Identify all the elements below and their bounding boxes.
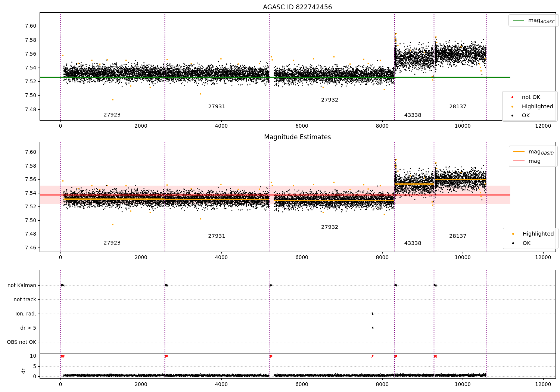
dr-tick-label: 0 <box>33 373 36 379</box>
x-tick-label: 8000 <box>376 123 389 129</box>
ok-label: OK <box>523 240 531 246</box>
obsid-label-27931: 27931 <box>208 233 225 239</box>
top-y-tick-label: 7.56 <box>25 51 36 57</box>
x-tick-label: 4000 <box>215 381 228 387</box>
obsid-label-27932: 27932 <box>321 224 338 230</box>
mid-y-tick-label: 7.48 <box>25 231 36 237</box>
flag-category-label: Ion. rad. <box>15 311 36 317</box>
legend-row-highlighted-mid: Highlighted <box>507 231 554 237</box>
dr-tick-label: 10 <box>30 353 36 359</box>
x-tick-label: 2000 <box>134 254 147 260</box>
legend-row-ok-mid: OK <box>507 240 554 246</box>
mag-obsid-label: magOBSID <box>529 149 553 155</box>
obsid-label-43338: 43338 <box>404 112 421 118</box>
legend-mid-markers: Highlighted OK <box>503 228 559 249</box>
top-y-tick-label: 7.54 <box>25 65 36 71</box>
x-tick-label: 10000 <box>455 123 471 129</box>
top-y-tick-label: 7.50 <box>25 92 36 98</box>
flag-category-label: not track <box>13 296 36 302</box>
legend-row-mag-obsid: magOBSID <box>513 149 553 155</box>
x-tick-label: 0 <box>59 254 62 260</box>
flag-category-label: dr > 5 <box>20 325 36 331</box>
x-tick-label: 2000 <box>134 381 147 387</box>
legend-mag-agasc: magAGASC <box>508 14 559 27</box>
not-ok-label: not OK <box>522 94 540 100</box>
x-tick-label: 6000 <box>295 254 308 260</box>
ok-marker-icon <box>512 242 514 244</box>
top-panel-title: AGASC ID 822742456 <box>263 3 332 11</box>
dr-tick-label: 5 <box>33 363 36 369</box>
mag-line-sample <box>513 161 525 161</box>
ok-marker-icon <box>511 115 513 116</box>
mid-y-tick-label: 7.58 <box>25 163 36 169</box>
x-tick-label: 12000 <box>535 254 551 260</box>
mid-y-tick-label: 7.56 <box>25 176 36 182</box>
mid-y-tick-label: 7.54 <box>25 190 36 196</box>
highlighted-marker-icon <box>512 233 514 235</box>
middle-panel-title: Magnitude Estimates <box>264 133 331 141</box>
legend-row-ok: OK <box>507 112 553 119</box>
flag-category-label: OBS not OK <box>7 339 36 345</box>
figure: AGASC ID 822742456 Magnitude Estimates m… <box>0 0 560 392</box>
plots-canvas <box>0 0 560 392</box>
legend-row-mag-agasc: magAGASC <box>513 17 554 24</box>
mag-agasc-label: magAGASC <box>528 17 554 24</box>
top-y-tick-label: 7.60 <box>25 23 36 29</box>
legend-row-mag: mag <box>513 158 553 164</box>
mid-y-tick-label: 7.50 <box>25 217 36 223</box>
highlighted-label: Highlighted <box>523 231 554 237</box>
obsid-label-27923: 27923 <box>103 240 121 246</box>
not-ok-marker-icon <box>511 96 513 98</box>
x-tick-label: 6000 <box>295 381 308 387</box>
obsid-label-43338: 43338 <box>404 240 421 246</box>
ok-label: OK <box>522 112 530 119</box>
mid-y-tick-label: 7.60 <box>25 149 36 155</box>
x-tick-label: 0 <box>59 381 62 387</box>
mag-label: mag <box>529 158 541 164</box>
top-y-tick-label: 7.52 <box>25 78 36 84</box>
obsid-label-27932: 27932 <box>321 97 338 103</box>
x-tick-label: 0 <box>59 123 62 129</box>
legend-mid-lines: magOBSID mag <box>509 146 558 167</box>
mag-agasc-line-sample <box>513 20 524 21</box>
x-tick-label: 8000 <box>376 381 389 387</box>
top-y-tick-label: 7.48 <box>25 106 36 112</box>
legend-row-highlighted: Highlighted <box>507 103 553 110</box>
x-tick-label: 10000 <box>455 381 471 387</box>
highlighted-label: Highlighted <box>522 103 553 110</box>
x-tick-label: 4000 <box>215 123 228 129</box>
flag-category-label: not Kalman <box>7 282 36 288</box>
legend-row-not-ok: not OK <box>507 94 553 100</box>
highlighted-marker-icon <box>511 106 513 108</box>
x-tick-label: 12000 <box>535 123 551 129</box>
obsid-label-27923: 27923 <box>103 112 121 118</box>
mid-y-tick-label: 7.46 <box>25 245 36 251</box>
legend-top-markers: not OK Highlighted OK <box>502 91 558 122</box>
x-tick-label: 8000 <box>376 254 389 260</box>
mid-y-tick-label: 7.52 <box>25 203 36 209</box>
x-tick-label: 4000 <box>215 254 228 260</box>
x-tick-label: 12000 <box>535 381 551 387</box>
dr-axis-label: dr <box>20 368 26 374</box>
obsid-label-28137: 28137 <box>449 233 466 239</box>
top-y-tick-label: 7.58 <box>25 37 36 43</box>
x-tick-label: 10000 <box>455 254 471 260</box>
x-tick-label: 6000 <box>295 123 308 129</box>
x-tick-label: 2000 <box>134 123 147 129</box>
obsid-label-28137: 28137 <box>449 103 466 109</box>
mag-obsid-line-sample <box>513 151 525 152</box>
obsid-label-27931: 27931 <box>208 103 225 109</box>
